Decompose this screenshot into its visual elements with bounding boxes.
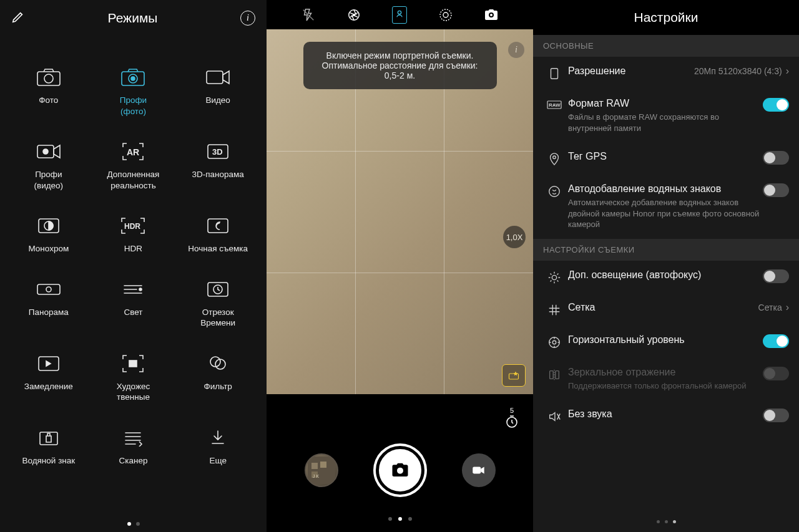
switch-camera-icon[interactable] <box>483 7 499 23</box>
mode-hdr[interactable]: HDRHDR <box>91 216 176 254</box>
mode-scanner[interactable]: Сканер <box>91 428 176 467</box>
mode-label: 3D-панорама <box>192 169 243 180</box>
mode-ar[interactable]: ARДополненнаяреальность <box>91 142 176 191</box>
mode-toast: Включен режим портретной съемки. Оптимал… <box>303 42 497 89</box>
gallery-thumbnail[interactable]: J K <box>305 453 338 487</box>
setting-title: Сетка <box>568 302 758 313</box>
mode-slowmo[interactable]: Замедление <box>6 354 91 403</box>
setting-title: Тег GPS <box>568 151 763 162</box>
svg-text:AR: AR <box>127 147 139 157</box>
page-dot[interactable] <box>657 520 660 523</box>
light-icon <box>120 279 146 299</box>
mode-label: Художественные <box>117 381 150 403</box>
setting-mute[interactable]: Без звука <box>533 400 799 432</box>
setting-watermark[interactable]: Автодобавление водяных знаковАвтоматичес… <box>533 175 799 239</box>
contrast-icon <box>36 216 62 236</box>
mode-pro-video[interactable]: Профи(видео) <box>6 142 91 191</box>
edit-icon[interactable] <box>11 10 25 26</box>
setting-subtitle: Файлы в формате RAW сохраняются во внутр… <box>568 112 763 133</box>
camera-top-bar <box>267 0 533 29</box>
mode-more[interactable]: Еще <box>175 428 260 467</box>
settings-title: Настройки <box>533 0 799 35</box>
panorama-icon <box>36 279 62 299</box>
setting-horizon[interactable]: Горизонтальный уровень <box>533 326 799 358</box>
toggle-gps[interactable] <box>763 151 789 165</box>
filter-icon <box>205 354 231 374</box>
mode-timelapse[interactable]: ОтрезокВремени <box>175 279 260 329</box>
setting-raw[interactable]: RAWФормат RAWФайлы в формате RAW сохраня… <box>533 89 799 142</box>
page-dot[interactable] <box>127 522 131 526</box>
svg-point-1 <box>44 74 53 83</box>
mode-filter[interactable]: Фильтр <box>175 354 260 403</box>
toggle-af-assist[interactable] <box>763 269 789 283</box>
svg-point-36 <box>397 468 403 474</box>
setting-resolution[interactable]: Разрешение20Мп 5120x3840 (4:3)› <box>533 57 799 89</box>
mode-label: ОтрезокВремени <box>200 307 235 329</box>
modes-panel: Режимы i ФотоПрофи(фото)ВидеоПрофи(видео… <box>0 0 267 532</box>
zoom-button[interactable]: 1,0X <box>503 226 526 248</box>
effect-button[interactable] <box>502 364 526 387</box>
viewfinder[interactable]: Включен режим портретной съемки. Оптимал… <box>267 29 533 394</box>
page-dot[interactable] <box>408 517 412 521</box>
timer-button[interactable]: 5 <box>504 407 519 429</box>
svg-text:HDR: HDR <box>124 222 140 231</box>
page-dot[interactable] <box>388 517 392 521</box>
setting-title: Зеркальное отражение <box>568 367 763 378</box>
resolution-icon <box>541 65 568 80</box>
watermark-setting-icon <box>541 183 568 198</box>
setting-gps[interactable]: Тег GPS <box>533 142 799 175</box>
setting-af-assist[interactable]: Доп. освещение (автофокус) <box>533 261 799 293</box>
toggle-mute[interactable] <box>763 409 789 422</box>
toggle-horizon[interactable] <box>763 334 789 348</box>
setting-mirror: Зеркальное отражениеПоддерживается тольк… <box>533 358 799 400</box>
mode-label: Панорама <box>29 307 69 318</box>
video-button[interactable] <box>462 453 496 487</box>
shutter-row: J K <box>267 446 533 495</box>
mode-label: Сканер <box>119 455 148 467</box>
svg-point-7 <box>43 149 48 154</box>
mode-3d-pano[interactable]: 3D3D-панорама <box>175 142 260 191</box>
mode-artistic[interactable]: Художественные <box>91 354 176 403</box>
toggle-raw[interactable] <box>763 98 789 112</box>
mode-photo[interactable]: Фото <box>6 67 91 117</box>
wide-aperture-icon[interactable] <box>438 7 454 23</box>
setting-subtitle: Автоматическое добавление водяных знаков… <box>568 197 763 230</box>
portrait-mode-icon[interactable] <box>391 7 408 23</box>
setting-title: Без звука <box>568 409 763 420</box>
mode-light[interactable]: Свет <box>91 279 176 329</box>
page-dot[interactable] <box>665 520 668 523</box>
3d-icon: 3D <box>205 142 231 162</box>
camera-page-dots <box>267 517 533 521</box>
svg-rect-38 <box>551 69 558 79</box>
aperture-icon[interactable] <box>346 7 362 23</box>
mode-video[interactable]: Видео <box>175 67 260 117</box>
page-dot[interactable] <box>398 517 402 521</box>
flash-off-icon[interactable] <box>300 7 316 23</box>
svg-point-17 <box>139 288 142 291</box>
mode-pro-photo[interactable]: Профи(фото) <box>91 67 176 117</box>
svg-point-26 <box>398 11 401 14</box>
camera-panel: Включен режим портретной съемки. Оптимал… <box>267 0 533 532</box>
artistic-icon <box>120 354 146 374</box>
scanner-icon <box>120 428 146 448</box>
viewfinder-info-icon[interactable]: i <box>508 42 524 58</box>
grid-line <box>267 151 533 152</box>
mode-night[interactable]: Ночная съемка <box>175 216 260 254</box>
camera-icon <box>36 67 62 87</box>
svg-point-4 <box>131 77 135 80</box>
page-dot[interactable] <box>673 520 676 523</box>
svg-rect-32 <box>311 463 318 469</box>
svg-point-28 <box>440 9 451 21</box>
info-icon[interactable]: i <box>240 11 255 26</box>
page-dot[interactable] <box>136 522 140 526</box>
setting-grid[interactable]: СеткаСетка› <box>533 293 799 326</box>
chevron-right-icon: › <box>786 65 789 77</box>
svg-rect-15 <box>37 284 60 294</box>
setting-value: Сетка <box>758 302 782 312</box>
mode-panorama[interactable]: Панорама <box>6 279 91 329</box>
mode-watermark[interactable]: Водяной знак <box>6 428 91 467</box>
toggle-watermark[interactable] <box>763 183 789 197</box>
mode-label: Профи(видео) <box>34 169 64 191</box>
shutter-button[interactable] <box>376 446 424 495</box>
mode-monochrome[interactable]: Монохром <box>6 216 91 254</box>
